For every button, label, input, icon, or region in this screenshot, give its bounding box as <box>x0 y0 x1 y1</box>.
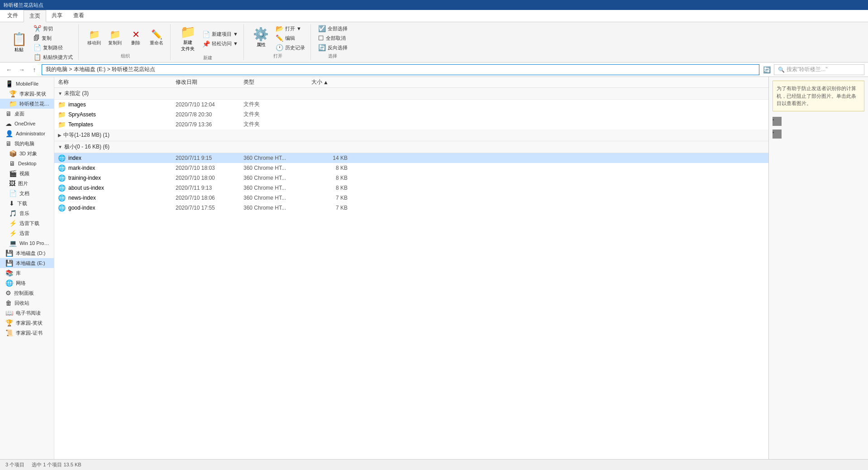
ribbon-tab-文件[interactable]: 文件 <box>2 10 24 22</box>
sidebar-item-controlpanel[interactable]: ⚙控制面板 <box>0 288 54 298</box>
sidebar-item-thunderspeed[interactable]: ⚡迅雷下载 <box>0 218 54 228</box>
move-to-button[interactable]: 📁移动到 <box>84 28 104 48</box>
paste-button[interactable]: 📋 粘贴 <box>7 31 31 55</box>
copy-path-button[interactable]: 📄复制路径 <box>32 43 75 52</box>
preview-thumb-2[interactable]: ▪ <box>773 129 782 139</box>
ribbon-tabs: 文件主页共享查看 <box>0 10 868 22</box>
sidebar-item-video[interactable]: 🎬视频 <box>0 168 54 178</box>
selected-info: 选中 1 个项目 13.5 KB <box>32 461 81 468</box>
copy-to-button[interactable]: 📁复制到 <box>105 28 125 48</box>
search-placeholder: 搜索"聆听楼兰..." <box>787 66 828 73</box>
sidebar-item-xunlei[interactable]: ⚡迅雷 <box>0 228 54 238</box>
sidebar-item-recycle[interactable]: 🗑回收站 <box>0 298 54 308</box>
title-text: 聆听楼兰花店站点 <box>4 2 43 9</box>
col-header-date[interactable]: 修改日期 <box>176 78 243 86</box>
copy-button[interactable]: 🗐复制 <box>32 34 75 43</box>
ribbon-tab-共享[interactable]: 共享 <box>46 10 68 22</box>
sidebar-item-music[interactable]: 🎵音乐 <box>0 208 54 218</box>
sidebar-item-lijia-cert[interactable]: 📜李家园-证书 <box>0 328 54 338</box>
content-area: 名称 修改日期 类型 大小 ▲ ▼未指定 (3) 📁 images 2020/7… <box>54 77 768 459</box>
search-box[interactable]: 🔍 搜索"聆听楼兰..." <box>774 64 864 75</box>
delete-button[interactable]: ✕删除 <box>126 28 146 48</box>
paste-shortcut-button[interactable]: 📋粘贴快捷方式 <box>32 53 75 62</box>
open-label: 打开 <box>273 53 282 60</box>
cut-button[interactable]: ✂️剪切 <box>32 24 75 33</box>
sidebar-item-lijia-award[interactable]: 🏆李家园-奖状 <box>0 89 54 99</box>
status-bar: 3 个项目 选中 1 个项目 13.5 KB <box>0 459 868 470</box>
easy-access-button[interactable]: 📌轻松访问 ▼ <box>200 39 240 48</box>
col-header-name[interactable]: 名称 <box>58 78 176 86</box>
ribbon-tab-查看[interactable]: 查看 <box>68 10 90 22</box>
ribbon-tab-主页[interactable]: 主页 <box>24 10 46 22</box>
refresh-button[interactable]: 🔄 <box>761 64 772 75</box>
nav-up-button[interactable]: ↑ <box>29 64 40 75</box>
select-all-button[interactable]: ☑️全部选择 <box>316 24 349 33</box>
file-row-news-index[interactable]: 🌐 news-index 2020/7/10 18:06 360 Chrome … <box>54 193 768 203</box>
ribbon-group-open: ⚙️属性 📂打开 ▼ ✏️编辑 🕐历史记录 打开 <box>246 24 311 60</box>
properties-button[interactable]: ⚙️属性 <box>249 26 273 50</box>
group-header-tiny[interactable]: ▼极小(0 - 16 KB) (6) <box>54 141 768 153</box>
nav-back-button[interactable]: ← <box>4 64 14 75</box>
sidebar-item-documents[interactable]: 📄文档 <box>0 188 54 198</box>
file-row-images[interactable]: 📁 images 2020/7/10 12:04 文件夹 <box>54 100 768 110</box>
file-row-good-index[interactable]: 🌐 good-index 2020/7/10 17:55 360 Chrome … <box>54 203 768 213</box>
file-row-training-index[interactable]: 🌐 training-index 2020/7/10 18:00 360 Chr… <box>54 173 768 183</box>
item-count: 3 个项目 <box>5 461 24 468</box>
path-text: 我的电脑 > 本地磁盘 (E:) > 聆听楼兰花店站点 <box>46 66 155 73</box>
preview-thumb-1[interactable]: ▪ <box>773 117 782 126</box>
col-header-type[interactable]: 类型 <box>243 78 311 86</box>
group-header-unspecified[interactable]: ▼未指定 (3) <box>54 88 768 100</box>
ribbon: 文件主页共享查看 📋 粘贴 ✂️剪切 🗐复制 📄复制路径 📋粘贴快捷方式 剪贴板 <box>0 10 868 62</box>
invert-select-button[interactable]: 🔄反向选择 <box>316 43 349 52</box>
new-folder-button[interactable]: 📁新建文件夹 <box>176 24 200 54</box>
column-headers: 名称 修改日期 类型 大小 ▲ <box>54 77 768 88</box>
history-button[interactable]: 🕐历史记录 <box>274 43 307 52</box>
ribbon-group-new: 📁新建文件夹 📄新建项目 ▼ 📌轻松访问 ▼ 新建 <box>172 24 244 60</box>
sidebar-item-administrator[interactable]: 👤Administrator <box>0 129 54 139</box>
edit-button[interactable]: ✏️编辑 <box>274 34 307 43</box>
organize-label: 组织 <box>121 53 130 60</box>
ribbon-group-clipboard: 📋 粘贴 ✂️剪切 🗐复制 📄复制路径 📋粘贴快捷方式 剪贴板 <box>4 24 79 60</box>
rename-button[interactable]: ✏️重命名 <box>147 28 167 48</box>
sidebar-item-win10pro[interactable]: 💻Win 10 Pro x6 <box>0 238 54 248</box>
file-list: ▼未指定 (3) 📁 images 2020/7/10 12:04 文件夹 📁 … <box>54 88 768 459</box>
sidebar-item-my-computer[interactable]: 🖥我的电脑 <box>0 139 54 149</box>
new-label: 新建 <box>203 55 212 62</box>
sidebar-item-local-e[interactable]: 💾本地磁盘 (E:) <box>0 258 54 268</box>
sidebar-item-desktop2[interactable]: 🖥Desktop <box>0 158 54 168</box>
col-header-size[interactable]: 大小 ▲ <box>311 78 348 86</box>
sidebar-item-ebook[interactable]: 📖电子书阅读 <box>0 308 54 318</box>
title-bar: 聆听楼兰花店站点 <box>0 0 868 10</box>
sidebar-item-network[interactable]: 🌐网络 <box>0 278 54 288</box>
address-bar: ← → ↑ 我的电脑 > 本地磁盘 (E:) > 聆听楼兰花店站点 🔄 🔍 搜索… <box>0 62 868 77</box>
ribbon-content: 📋 粘贴 ✂️剪切 🗐复制 📄复制路径 📋粘贴快捷方式 剪贴板 📁移动到 📁复制… <box>0 22 868 62</box>
ribbon-group-select: ☑️全部选择 ☐全部取消 🔄反向选择 选择 <box>313 24 353 60</box>
search-icon: 🔍 <box>778 67 785 73</box>
file-row-about-us-index[interactable]: 🌐 about us-index 2020/7/11 9:13 360 Chro… <box>54 183 768 193</box>
sidebar-item-pictures[interactable]: 🖼图片 <box>0 178 54 188</box>
file-row-mark-index[interactable]: 🌐 mark-index 2020/7/10 18:03 360 Chrome … <box>54 163 768 173</box>
sidebar-item-lingting[interactable]: 📁聆听楼兰花店站点 <box>0 99 54 109</box>
preview-pane: 为了有助于防止发送者识别你的计算机，已经阻止了部分图片。单击此条目以查看图片。 … <box>768 77 868 459</box>
sidebar-item-local-d[interactable]: 💾本地磁盘 (D:) <box>0 248 54 258</box>
sidebar-item-3d-objects[interactable]: 📦3D 对象 <box>0 149 54 158</box>
sidebar-item-downloads[interactable]: ⬇下载 <box>0 198 54 208</box>
file-row-templates[interactable]: 📁 Templates 2020/7/9 13:36 文件夹 <box>54 120 768 129</box>
group-header-medium[interactable]: ▶中等(1-128 MB) (1) <box>54 129 768 141</box>
sidebar-item-mobilefile[interactable]: 📱MobileFile <box>0 79 54 89</box>
sidebar-item-desktop[interactable]: 🖥桌面 <box>0 109 54 119</box>
sidebar: 📱MobileFile🏆李家园-奖状📁聆听楼兰花店站点🖥桌面☁OneDrive👤… <box>0 77 54 459</box>
nav-forward-button[interactable]: → <box>16 64 27 75</box>
sidebar-item-ku[interactable]: 📚库 <box>0 268 54 278</box>
address-path[interactable]: 我的电脑 > 本地磁盘 (E:) > 聆听楼兰花店站点 <box>42 64 759 75</box>
file-row-index[interactable]: 🌐 index 2020/7/11 9:15 360 Chrome HT... … <box>54 153 768 163</box>
file-row-spryassets[interactable]: 📁 SpryAssets 2020/7/8 20:30 文件夹 <box>54 110 768 120</box>
select-none-button[interactable]: ☐全部取消 <box>316 34 349 43</box>
sidebar-item-onedrive[interactable]: ☁OneDrive <box>0 119 54 129</box>
preview-notice: 为了有助于防止发送者识别你的计算机，已经阻止了部分图片。单击此条目以查看图片。 <box>773 81 864 111</box>
sidebar-item-lijia-award2[interactable]: 🏆李家园-奖状 <box>0 318 54 328</box>
open-button[interactable]: 📂打开 ▼ <box>274 24 307 33</box>
ribbon-group-organize: 📁移动到 📁复制到 ✕删除 ✏️重命名 组织 <box>81 24 171 60</box>
main-area: 📱MobileFile🏆李家园-奖状📁聆听楼兰花店站点🖥桌面☁OneDrive👤… <box>0 77 868 459</box>
new-item-button[interactable]: 📄新建项目 ▼ <box>200 30 240 39</box>
